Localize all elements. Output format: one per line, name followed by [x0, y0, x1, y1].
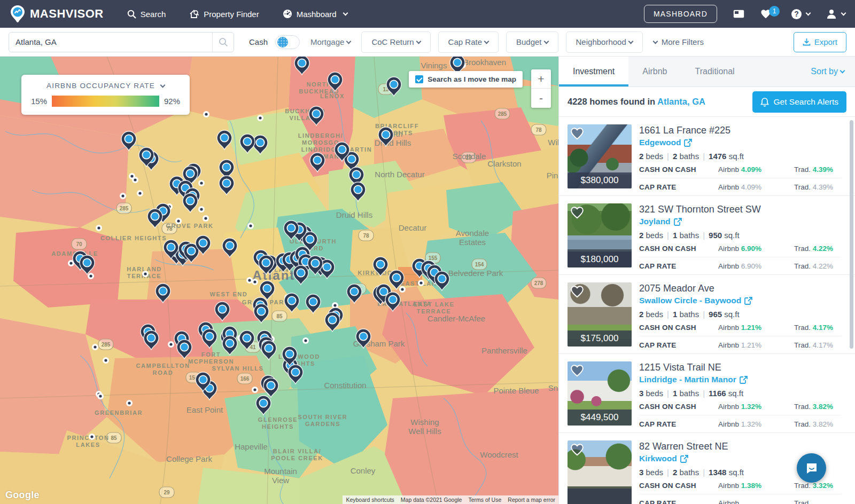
- property-card[interactable]: $180,000 321 SW Thornton Street SW Joyla…: [559, 196, 855, 275]
- map-dot-marker[interactable]: [252, 279, 258, 285]
- results-location-link[interactable]: Atlanta, GA: [657, 97, 705, 106]
- cash-mortgage-toggle[interactable]: [275, 35, 300, 49]
- map-label: College Park: [166, 454, 212, 463]
- location-search-input[interactable]: [9, 33, 212, 52]
- map-dot-marker[interactable]: [418, 280, 424, 286]
- get-search-alerts-button[interactable]: Get Search Alerts: [752, 91, 846, 113]
- property-photo[interactable]: $449,500: [568, 361, 632, 426]
- map-dot-marker[interactable]: [97, 393, 104, 399]
- map-label: Pine Lake: [547, 171, 558, 180]
- billing-button[interactable]: [733, 10, 744, 18]
- keyboard-shortcuts-link[interactable]: Keyboard shortcuts: [343, 495, 397, 504]
- property-address[interactable]: 1215 Vista Trail NE: [639, 362, 841, 373]
- favorites-button[interactable]: 1: [760, 9, 771, 19]
- favorite-heart-icon[interactable]: [570, 364, 584, 377]
- map-canvas[interactable]: 2857078285782313154155278208578154166412…: [0, 57, 558, 504]
- map[interactable]: 2857078285782313154155278208578154166412…: [0, 57, 558, 504]
- map-label: Woodcrest: [480, 450, 518, 459]
- property-card[interactable]: $380,000 1661 La France #225 Edgewood 2 …: [559, 117, 855, 196]
- results-panel: Investment Airbnb Traditional Sort by 42…: [558, 57, 855, 504]
- neighborhood-filter[interactable]: Neighborhood: [566, 32, 643, 53]
- map-dot-marker[interactable]: [88, 273, 94, 279]
- map-dot-marker[interactable]: [203, 215, 209, 222]
- account-menu[interactable]: [826, 9, 845, 19]
- coc-return-filter[interactable]: CoC Return: [361, 32, 430, 53]
- mashboard-button[interactable]: MASHBOARD: [644, 5, 717, 23]
- tab-airbnb[interactable]: Airbnb: [628, 57, 681, 86]
- favorite-heart-icon[interactable]: [570, 206, 584, 219]
- nav-item-property-finder[interactable]: Property Finder: [189, 9, 259, 19]
- map-dot-marker[interactable]: [120, 193, 126, 199]
- map-dot-marker[interactable]: [198, 206, 205, 212]
- map-dot-marker[interactable]: [168, 341, 174, 348]
- sort-by-dropdown[interactable]: Sort by: [811, 57, 855, 86]
- property-photo[interactable]: $175,000: [568, 282, 632, 346]
- panel-scrollbar[interactable]: [850, 120, 853, 349]
- favorite-heart-icon[interactable]: [570, 285, 584, 298]
- highway-shield: 285: [98, 339, 113, 350]
- favorite-heart-icon[interactable]: [570, 127, 584, 140]
- property-photo[interactable]: $380,000: [568, 124, 632, 188]
- neighborhood-link[interactable]: Lindridge - Martin Manor: [639, 375, 841, 384]
- property-address[interactable]: 82 Warren Street NE: [639, 441, 841, 452]
- chevron-down-icon: [343, 11, 348, 16]
- budget-filter[interactable]: Budget: [506, 32, 558, 53]
- property-address[interactable]: 2075 Meador Ave: [639, 283, 841, 294]
- mortgage-dropdown[interactable]: Mortgage: [310, 37, 351, 46]
- map-dot-marker[interactable]: [252, 387, 258, 393]
- map-label: Constitution: [324, 381, 366, 390]
- more-filters-button[interactable]: More Filters: [654, 37, 704, 46]
- neighborhood-link[interactable]: Swallow Circle - Baywood: [639, 296, 841, 305]
- legend-dropdown[interactable]: AIRBNB OCCUPANCY RATE: [31, 82, 180, 90]
- property-specs: 2 beds|1 baths|950 sq.ft: [639, 231, 841, 240]
- property-card[interactable]: $175,000 2075 Meador Ave Swallow Circle …: [559, 275, 855, 354]
- map-label: AvondaleEstates: [456, 229, 489, 247]
- map-attribution: Keyboard shortcuts Map data ©2021 Google…: [343, 495, 558, 504]
- map-dot-marker[interactable]: [137, 190, 143, 196]
- map-dot-marker[interactable]: [89, 434, 95, 440]
- property-photo[interactable]: [568, 440, 632, 504]
- map-dot-marker[interactable]: [103, 357, 109, 364]
- favorite-heart-icon[interactable]: [570, 443, 584, 456]
- map-dot-marker[interactable]: [92, 344, 98, 350]
- tab-investment[interactable]: Investment: [559, 57, 628, 86]
- neighborhood-name: Joyland: [639, 217, 671, 226]
- neighborhood-link[interactable]: Joyland: [639, 217, 841, 226]
- search-submit-button[interactable]: [212, 33, 234, 52]
- map-dot-marker[interactable]: [198, 180, 205, 186]
- map-dot-marker[interactable]: [257, 115, 263, 121]
- mashvisor-logo[interactable]: MASHVISOR: [10, 5, 104, 23]
- map-dot-marker[interactable]: [247, 223, 254, 229]
- terms-of-use-link[interactable]: Terms of Use: [465, 495, 504, 504]
- nav-item-search[interactable]: Search: [127, 10, 166, 19]
- report-map-error-link[interactable]: Report a map error: [504, 495, 558, 504]
- search-as-move-checkbox[interactable]: Search as I move the map: [409, 71, 523, 88]
- cap-rate-filter[interactable]: Cap Rate: [438, 32, 499, 53]
- map-dot-marker[interactable]: [96, 225, 102, 231]
- tab-traditional[interactable]: Traditional: [681, 57, 749, 86]
- map-dot-marker[interactable]: [126, 400, 133, 406]
- property-address[interactable]: 321 SW Thornton Street SW: [639, 204, 841, 215]
- help-menu[interactable]: ?: [791, 9, 810, 19]
- property-photo[interactable]: $180,000: [568, 203, 632, 267]
- map-dot-marker[interactable]: [142, 271, 149, 277]
- map-dot-marker[interactable]: [399, 286, 406, 293]
- map-dot-marker[interactable]: [175, 218, 182, 224]
- zoom-in-button[interactable]: +: [531, 69, 551, 89]
- legend-min: 15%: [31, 97, 47, 106]
- neighborhood-link[interactable]: Edgewood: [639, 138, 841, 147]
- export-button[interactable]: Export: [794, 32, 846, 52]
- map-label: WEST END: [210, 291, 248, 297]
- chevron-down-icon: [840, 68, 845, 74]
- map-dot-marker[interactable]: [302, 337, 309, 344]
- chat-launcher-button[interactable]: [797, 453, 826, 483]
- map-dot-marker[interactable]: [203, 111, 209, 117]
- neighborhood-name: Swallow Circle - Baywood: [639, 296, 741, 305]
- nav-item-mashboard[interactable]: Mashboard: [283, 9, 347, 19]
- navbar-right: MASHBOARD 1 ?: [644, 5, 845, 23]
- search-icon: [127, 10, 136, 19]
- property-card[interactable]: $449,500 1215 Vista Trail NE Lindridge -…: [559, 354, 855, 433]
- map-dot-marker[interactable]: [132, 177, 138, 183]
- property-address[interactable]: 1661 La France #225: [639, 125, 841, 136]
- zoom-out-button[interactable]: -: [531, 89, 551, 108]
